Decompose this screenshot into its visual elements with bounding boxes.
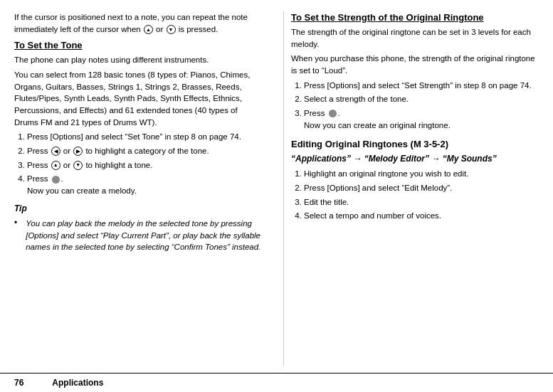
step-4: Press . Now you can create a melody. [27,173,262,196]
center-button-icon [52,176,60,184]
tip-section: Tip • You can play back the melody in th… [14,203,262,253]
set-strength-desc2: When you purchase this phone, the streng… [291,53,539,76]
strength-step-1: Press [Options] and select “Set Strength… [304,80,539,92]
tip-bullet-container: • You can play back the melody in the se… [14,218,262,253]
up-nav-icon2: ▲ [51,161,60,170]
up-nav-icon: ▲ [144,25,153,34]
strength-step-2: Select a strength of the tone. [304,93,539,105]
intro-paragraph: If the cursor is positioned next to a no… [14,11,262,35]
path-heading: “Applications” → “Melody Editor” → “My S… [291,153,539,165]
footer: 76 Applications [0,373,553,392]
step-2-rest: to highlight a category of the tone. [83,147,209,155]
strength-step-3-press: Press [304,109,327,117]
step-3-or: or [61,161,73,169]
set-strength-desc1: The strength of the original ringtone ca… [291,26,539,50]
left-column: If the cursor is positioned next to a no… [14,11,269,366]
step-4-press: Press [27,174,51,183]
strength-step-2-text: Select a strength of the tone. [304,95,409,103]
set-strength-steps: Press [Options] and select “Set Strength… [304,80,539,132]
page-number: 76 [14,378,23,388]
step-3: Press ▲ or ▼ to highlight a tone. [27,159,262,171]
edit-step-1-text: Highlight an original ringtone you wish … [304,169,468,178]
edit-step-1: Highlight an original ringtone you wish … [304,168,539,180]
step-4-result: Now you can create a melody. [27,186,137,195]
right-column: To Set the Strength of the Original Ring… [283,11,539,366]
step-3-rest: to highlight a tone. [83,161,152,169]
editing-heading: Editing Original Ringtones (M 3-5-2) [291,138,539,152]
footer-section: Applications [52,378,103,388]
tip-label: Tip [14,203,262,215]
step-1-text: Press [Options] and select “Set Tone” in… [27,132,241,141]
edit-step-4-text: Select a tempo and number of voices. [304,211,441,220]
left-nav-icon: ◀ [51,147,60,156]
edit-step-2-text: Press [Options] and select “Edit Melody”… [304,184,452,192]
tip-bullet-symbol: • [14,218,17,253]
strength-step-3-period: . [338,109,340,117]
edit-steps: Highlight an original ringtone you wish … [304,168,539,222]
right-nav-icon: ▶ [73,147,83,156]
set-strength-heading: To Set the Strength of the Original Ring… [291,11,539,25]
set-tone-steps: Press [Options] and select “Set Tone” in… [27,131,262,196]
strength-step-1-text: Press [Options] and select “Set Strength… [304,81,532,90]
edit-step-3: Edit the title. [304,196,539,208]
page-container: If the cursor is positioned next to a no… [0,0,553,392]
content-area: If the cursor is positioned next to a no… [0,0,553,373]
step-2-or: or [61,147,73,155]
edit-step-3-text: Edit the title. [304,198,349,206]
strength-step-3: Press . Now you can create an original r… [304,107,539,131]
set-tone-heading: To Set the Tone [14,39,262,53]
step-1: Press [Options] and select “Set Tone” in… [27,131,262,143]
edit-step-2: Press [Options] and select “Edit Melody”… [304,182,539,194]
step-2: Press ◀ or ▶ to highlight a category of … [27,145,262,157]
center-button-icon2 [329,110,337,117]
set-tone-detail: You can select from 128 basic tones (8 t… [14,69,262,128]
step-2-text: Press [27,147,51,155]
down-nav-icon: ▼ [167,25,176,34]
down-nav-icon2: ▼ [73,161,83,170]
strength-step-3-result: Now you can create an original ringtone. [304,121,451,129]
tip-text: You can play back the melody in the sele… [26,218,262,253]
edit-step-4: Select a tempo and number of voices. [304,210,539,222]
set-tone-desc: The phone can play notes using different… [14,54,262,66]
step-4-period: . [61,174,63,183]
step-3-text: Press [27,161,51,169]
